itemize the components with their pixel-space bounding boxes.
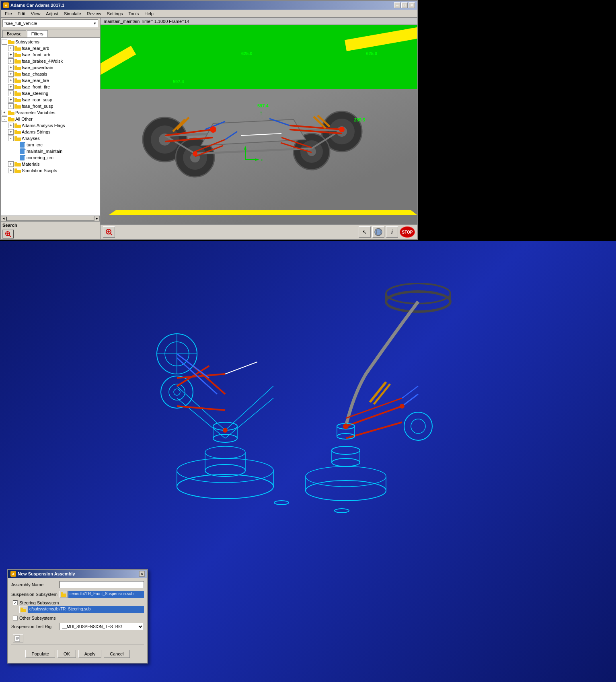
tree-item-cornering-crc[interactable]: cornering_crc [2,154,99,161]
expand-powertrain[interactable]: + [8,65,14,70]
suspension-subsystem-browse-button[interactable] [60,591,68,598]
svg-line-119 [177,374,225,378]
dialog-close-button[interactable]: × [139,571,145,577]
folder-icon-simulation-scripts [14,168,21,173]
menu-simulate[interactable]: Simulate [62,11,84,16]
expand-chassis[interactable]: + [8,71,14,77]
tree-item-adams-strings[interactable]: + Adams Strings [2,129,99,135]
svg-point-130 [404,412,432,440]
tree-item-rear-arb[interactable]: + fsae_rear_arb [2,45,99,51]
tree-item-rear-susp[interactable]: + fsae_rear_susp [2,97,99,103]
expand-subsystems[interactable]: - [2,39,7,45]
ok-button[interactable]: OK [57,650,76,658]
test-rig-select[interactable]: __MDI_SUSPENSION_TESTRIG [60,623,144,630]
file-icon-maintain [20,148,26,154]
model-dropdown[interactable]: fsae_full_vehicle [2,19,98,27]
folder-icon-chassis [14,72,21,76]
scroll-right-button[interactable]: ► [94,216,100,222]
tree-item-maintain[interactable]: maintain_maintain [2,148,99,154]
tree-item-materials[interactable]: + Materials [2,161,99,167]
expand-front-susp[interactable]: + [8,103,14,109]
other-subsystems-checkbox-row: Other Subsystems [11,616,144,620]
assembly-name-input[interactable] [60,581,144,588]
folder-icon-param-vars [8,110,14,115]
tab-filters[interactable]: Filters [27,30,48,37]
folder-icon-brakes [14,59,21,64]
svg-rect-3 [14,46,17,48]
tree-item-brakes[interactable]: + fsae_brakes_4Wdisk [2,58,99,64]
expand-param-vars[interactable]: + [2,110,7,115]
expand-rear-tire[interactable]: + [8,78,14,83]
other-subsystems-checkbox[interactable] [13,616,18,620]
tree-item-rear-tire[interactable]: + fsae_rear_tire [2,77,99,84]
menu-settings[interactable]: Settings [105,11,125,16]
tree-item-steering[interactable]: + fsae_steering [2,90,99,97]
viewport-status: maintain_maintain Time= 1.1000 Frame=14 [104,19,189,24]
dialog-icon-button[interactable] [13,634,23,643]
tree-item-param-vars[interactable]: + Parameter Variables [2,109,99,116]
globe-button[interactable] [372,226,384,238]
tree-item-front-arb[interactable]: + fsae_front_arb [2,51,99,58]
menu-view[interactable]: View [29,11,43,16]
viewport-3d[interactable]: x 625.0 625.0 597.4 597.4 285.5 [101,25,417,239]
tree-item-powertrain[interactable]: + fsae_powertrain [2,64,99,71]
svg-rect-36 [20,155,25,160]
steering-checkbox[interactable]: ✓ [13,600,18,605]
tree-item-turn-crc[interactable]: turn_crc [2,142,99,148]
minimize-button[interactable]: ─ [394,2,400,8]
expand-front-arb[interactable]: + [8,52,14,58]
close-button[interactable]: ✕ [409,2,415,8]
stop-button[interactable]: STOP [400,226,415,238]
svg-point-140 [332,446,360,454]
svg-line-125 [225,362,257,374]
app-window: A Adams Car Adams 2017.1 ─ □ ✕ File Edit… [0,0,418,240]
tree-item-front-tire[interactable]: + fsae_front_tire [2,84,99,90]
maximize-button[interactable]: □ [401,2,408,8]
svg-line-123 [177,354,209,378]
info-button[interactable]: i [386,226,398,238]
tab-browse[interactable]: Browse [2,30,26,37]
expand-all-other[interactable]: - [2,116,7,122]
menu-help[interactable]: Help [142,11,156,16]
tree-item-front-susp[interactable]: + fsae_front_susp [2,103,99,109]
expand-front-tire[interactable]: + [8,84,14,90]
dialog-title-content: A New Suspension Assembly [10,571,75,577]
expand-analyses[interactable]: - [8,136,14,141]
cursor-button[interactable]: ↖ [359,226,371,238]
folder-open-icon [61,592,66,597]
tree-area: - Subsystems + fsae_rear_arb [1,38,100,216]
scroll-left-button[interactable]: ◄ [1,216,6,222]
scroll-track[interactable] [6,217,94,221]
expand-rear-arb[interactable]: + [8,45,14,51]
expand-adams-flags[interactable]: + [8,123,14,128]
search-button[interactable] [2,230,14,238]
expand-steering[interactable]: + [8,90,14,96]
expand-adams-strings[interactable]: + [8,129,14,135]
menu-file[interactable]: File [2,11,14,16]
menu-adjust[interactable]: Adjust [43,11,61,16]
populate-button[interactable]: Populate [25,650,55,658]
toolbar-right: ↖ i STOP [359,226,415,238]
tree-item-subsystems[interactable]: - Subsystems [2,39,99,45]
tree-item-adams-flags[interactable]: + Adams Analysis Flags [2,122,99,129]
svg-rect-8 [14,67,21,70]
folder-icon-adams-strings [14,129,21,134]
folder-open-icon-2 [21,607,26,612]
expand-brakes[interactable]: + [8,58,14,64]
toolbar-search-button[interactable] [103,226,115,238]
steering-subsystem-browse-button[interactable] [19,606,27,613]
expand-materials[interactable]: + [8,161,14,167]
expand-rear-susp[interactable]: + [8,97,14,103]
menu-tools[interactable]: Tools [126,11,142,16]
menu-edit[interactable]: Edit [15,11,28,16]
apply-button[interactable]: Apply [78,650,102,658]
dialog-body: Assembly Name Suspension Subsystem items… [8,578,147,663]
menu-review[interactable]: Review [84,11,104,16]
tree-item-analyses[interactable]: - Analyses [2,135,99,142]
tree-item-chassis[interactable]: + fsae_chassis [2,71,99,77]
tree-item-simulation-scripts[interactable]: + Simulation Scripts [2,167,99,174]
cancel-button[interactable]: Cancel [104,650,129,658]
svg-line-110 [177,398,225,438]
expand-simulation-scripts[interactable]: + [8,168,14,173]
tree-item-all-other[interactable]: - All Other [2,116,99,122]
